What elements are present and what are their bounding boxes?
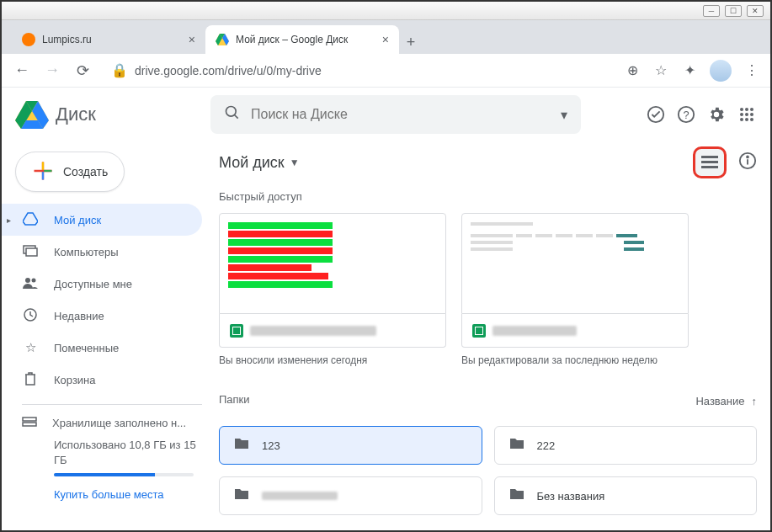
expand-icon[interactable]: ▸ <box>7 215 11 225</box>
storage-section: Хранилище заполнено н... Использовано 10… <box>22 404 202 501</box>
browser-toolbar: ← → ⟳ 🔒 drive.google.com/drive/u/0/my-dr… <box>2 54 770 88</box>
svg-rect-26 <box>42 172 44 179</box>
sheets-icon <box>472 324 486 338</box>
shared-icon <box>22 277 39 291</box>
svg-rect-34 <box>23 423 36 426</box>
back-button[interactable]: ← <box>12 61 32 79</box>
tab-title: Мой диск – Google Диск <box>236 34 348 45</box>
sort-arrow-icon: ↑ <box>752 395 758 407</box>
file-name-blurred <box>250 326 376 336</box>
window-close-button[interactable]: ✕ <box>747 5 764 17</box>
apps-icon[interactable] <box>737 104 757 125</box>
settings-icon[interactable] <box>706 104 727 125</box>
storage-icon <box>22 417 37 429</box>
nav-label: Недавние <box>54 310 104 322</box>
bookmark-icon[interactable]: ☆ <box>652 62 669 79</box>
forward-button[interactable]: → <box>42 61 62 79</box>
quick-card[interactable]: Вы редактировали за последнюю неделю <box>461 213 689 366</box>
computers-icon <box>22 245 39 259</box>
main-content: Мой диск ▼ Быстрый доступ <box>212 141 770 530</box>
create-button[interactable]: Создать <box>15 152 125 192</box>
nav-computers[interactable]: Компьютеры <box>2 236 202 268</box>
svg-point-19 <box>745 113 748 116</box>
svg-line-11 <box>235 115 238 119</box>
svg-point-18 <box>740 113 743 116</box>
tab-strip: Lumpics.ru × Мой диск – Google Диск × + <box>2 20 770 54</box>
svg-point-31 <box>32 278 36 282</box>
ready-offline-icon[interactable] <box>646 104 666 125</box>
svg-point-17 <box>750 108 753 111</box>
browser-window: ─ ☐ ✕ Lumpics.ru × Мой диск – Google Дис… <box>0 0 772 532</box>
support-icon[interactable]: ? <box>676 104 696 125</box>
buy-storage-link[interactable]: Купить больше места <box>54 488 202 501</box>
sidebar: Создать ▸ Мой диск Компьютеры <box>2 141 212 530</box>
folder-name: 222 <box>537 439 556 452</box>
file-thumbnail <box>219 213 446 314</box>
svg-rect-35 <box>701 156 718 158</box>
file-name-row <box>219 314 446 348</box>
nav-shared[interactable]: Доступные мне <box>2 268 202 300</box>
drive-logo[interactable]: Диск <box>15 99 200 130</box>
recent-icon <box>22 308 39 324</box>
folder-card[interactable]: 222 <box>494 426 758 465</box>
reload-button[interactable]: ⟳ <box>72 61 93 80</box>
window-maximize-button[interactable]: ☐ <box>725 5 742 17</box>
svg-point-22 <box>745 118 748 121</box>
folder-card[interactable]: 123 <box>219 426 482 465</box>
url-text: drive.google.com/drive/u/0/my-drive <box>135 64 322 77</box>
folders-title: Папки <box>219 393 250 406</box>
folder-icon <box>508 437 525 455</box>
tab-title: Lumpics.ru <box>42 34 92 45</box>
close-tab-icon[interactable]: × <box>382 33 389 46</box>
nav-starred[interactable]: ☆ Помеченные <box>2 332 202 364</box>
storage-title-text: Хранилище заполнено н... <box>52 417 186 429</box>
close-tab-icon[interactable]: × <box>189 33 195 46</box>
app-name: Диск <box>56 104 96 125</box>
search-bar[interactable]: ▾ <box>210 95 581 134</box>
profile-avatar[interactable] <box>710 60 732 82</box>
quick-card[interactable]: Вы вносили изменения сегодня <box>219 213 446 366</box>
nav-storage[interactable]: Хранилище заполнено н... <box>22 417 202 429</box>
breadcrumb-my-drive[interactable]: Мой диск ▼ <box>219 154 300 172</box>
file-name-blurred <box>492 326 577 336</box>
folder-card[interactable]: Без названия <box>494 476 758 515</box>
search-options-icon[interactable]: ▾ <box>561 107 567 123</box>
details-button[interactable] <box>738 152 757 174</box>
drive-icon <box>22 212 39 228</box>
sort-button[interactable]: Название ↑ <box>695 395 757 407</box>
address-bar[interactable]: 🔒 drive.google.com/drive/u/0/my-drive <box>103 58 614 83</box>
quick-access-title: Быстрый доступ <box>219 190 757 203</box>
svg-rect-33 <box>23 418 36 421</box>
new-tab-button[interactable]: + <box>399 30 423 54</box>
file-name-row <box>461 314 689 348</box>
browser-menu-icon[interactable]: ⋮ <box>743 62 760 79</box>
breadcrumb-label: Мой диск <box>219 154 285 172</box>
sort-label-text: Название <box>695 395 744 407</box>
nav-my-drive[interactable]: ▸ Мой диск <box>2 204 202 236</box>
list-view-button[interactable] <box>693 146 727 178</box>
browser-tab-lumpics[interactable]: Lumpics.ru × <box>12 25 205 54</box>
svg-rect-24 <box>42 162 44 169</box>
folder-card[interactable] <box>219 476 482 515</box>
dropdown-icon: ▼ <box>290 157 300 168</box>
quick-access-row: Вы вносили изменения сегодня <box>219 213 757 366</box>
path-row: Мой диск ▼ <box>219 141 757 184</box>
trash-icon <box>22 372 39 388</box>
svg-point-20 <box>750 113 753 116</box>
starred-icon: ☆ <box>22 340 39 355</box>
extensions-icon[interactable]: ✦ <box>681 62 698 79</box>
nav-recent[interactable]: Недавние <box>2 300 202 332</box>
nav-trash[interactable]: Корзина <box>2 364 202 396</box>
window-minimize-button[interactable]: ─ <box>703 5 720 17</box>
list-view-icon <box>701 156 718 169</box>
create-label: Создать <box>63 165 108 178</box>
plus-icon <box>31 159 55 185</box>
folder-icon <box>233 437 250 455</box>
search-input[interactable] <box>251 107 551 122</box>
folder-name: Без названия <box>537 490 605 503</box>
nav-label: Помеченные <box>54 342 119 354</box>
zoom-icon[interactable]: ⊕ <box>624 62 641 79</box>
browser-tab-drive[interactable]: Мой диск – Google Диск × <box>205 25 399 54</box>
folders-header: Папки Название ↑ <box>219 386 757 416</box>
svg-rect-29 <box>26 248 37 256</box>
